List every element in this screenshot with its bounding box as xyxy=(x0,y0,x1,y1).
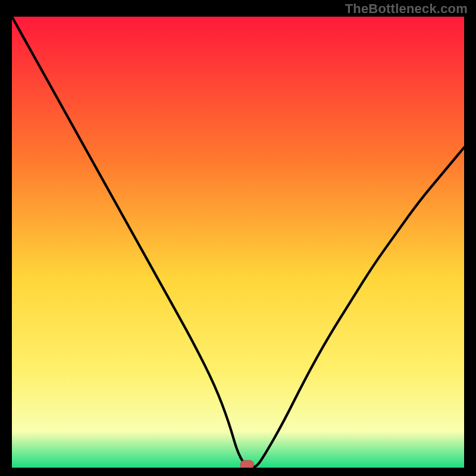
watermark-label: TheBottleneck.com xyxy=(345,1,468,17)
optimal-marker xyxy=(240,461,253,468)
chart-frame: TheBottleneck.com xyxy=(0,0,476,476)
bottleneck-chart xyxy=(12,17,464,468)
gradient-background xyxy=(12,17,464,468)
